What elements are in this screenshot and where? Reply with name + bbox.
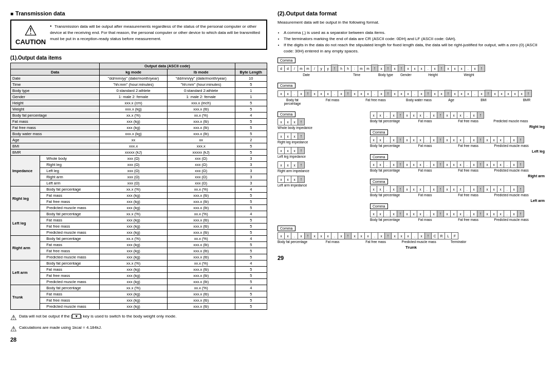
cell: x — [443, 161, 451, 168]
cell: y — [324, 65, 331, 72]
cell: ↑ — [437, 185, 444, 193]
cell: ↑ — [344, 232, 351, 239]
rl-seg-labels: Body fat percentage Fat mass Fat free ma… — [370, 144, 545, 147]
cell: m — [298, 65, 305, 72]
cell: x — [484, 136, 491, 143]
label-fat-mass: Fat mass — [314, 98, 350, 105]
cell: x — [498, 90, 505, 97]
cell: . — [411, 232, 418, 239]
table-row: Fat mass xxx (kg) xxx.x (lb) 5 — [11, 267, 267, 273]
cell: x — [410, 136, 417, 143]
rl-segment: Comma x x . x ↑ x x x . x ↑ x x — [370, 129, 545, 147]
cell: ↑ — [397, 210, 404, 217]
cell: x — [445, 65, 452, 72]
cell: x — [465, 90, 472, 97]
left-column: Transmission data ⚠ CAUTION • Transmissi… — [10, 10, 267, 382]
cell: x — [470, 111, 477, 119]
table-header-ascii: Output data (ASCII code) — [100, 63, 235, 69]
trunk-title: Trunk — [278, 245, 545, 250]
right-arm-imp-label: Right arm impedance — [278, 169, 365, 173]
cell: x — [391, 90, 398, 97]
cell: ↑ — [517, 210, 524, 217]
cell: ↑ — [438, 65, 445, 72]
cell: x — [417, 111, 424, 119]
cell: x — [284, 232, 291, 239]
caution-text-content: • Transmission data will be output after… — [50, 24, 262, 42]
cell: . — [464, 161, 471, 168]
table-row: Left leg xxx (Ω) xxx (Ω) 3 — [11, 168, 267, 174]
impedance-section: Comma x x x ↑ Whole body impedance x x x… — [278, 111, 545, 223]
cell: x — [284, 147, 291, 154]
cell: x — [403, 136, 411, 143]
cell: x — [377, 210, 384, 217]
cell: x — [390, 136, 397, 143]
cell: ↑ — [477, 185, 484, 193]
table-row: Fat free mass xxx (kg) xxx.x (lb) 5 — [11, 199, 267, 205]
left-leg-title: Left leg — [370, 150, 545, 153]
cell: ↑ — [304, 232, 311, 239]
cell: ↑ — [437, 210, 444, 217]
cell: x — [358, 90, 365, 97]
cell: x — [291, 176, 298, 183]
cell: x — [291, 118, 298, 125]
row2-labels: Body fat percentage Fat mass Fat free ma… — [278, 98, 545, 105]
right-leg-cells: x x x ↑ — [278, 133, 365, 140]
cell: x — [470, 210, 477, 217]
cell: x — [318, 232, 325, 239]
cell: x — [404, 232, 412, 239]
cell: x — [438, 90, 445, 97]
cell: x — [490, 136, 497, 143]
cell: x — [377, 161, 384, 168]
cell: x — [370, 161, 377, 168]
page-container: Transmission data ⚠ CAUTION • Transmissi… — [0, 0, 555, 392]
cell: x — [490, 210, 497, 217]
cell: x — [451, 65, 458, 72]
cell: . — [331, 90, 338, 97]
cell: x — [430, 111, 437, 119]
right-leg-title: Right leg — [370, 125, 545, 128]
row1-labels: Date Time Body type Gender Height Weight — [278, 73, 545, 77]
cell: x — [470, 136, 477, 143]
cell: ↑ — [485, 90, 492, 97]
cell: ↑ — [517, 185, 524, 193]
label-height: Height — [419, 73, 448, 77]
warning-icon-1: ⚠ — [10, 314, 17, 321]
cell: . — [383, 161, 391, 168]
cell: . — [383, 210, 391, 217]
cell: x — [390, 111, 397, 119]
table-row: Left arm xxx (Ω) xxx (Ω) 3 — [11, 180, 267, 186]
cell: x — [497, 136, 504, 143]
cell: x — [450, 161, 457, 168]
cell: x — [478, 90, 485, 97]
cell: . — [383, 136, 391, 143]
output-data-table: Output data (ASCII code) Data kg mode lb… — [10, 63, 267, 310]
cell: x — [398, 232, 405, 239]
cell: y — [318, 65, 325, 72]
cell: . — [331, 232, 338, 239]
cell: m — [364, 65, 372, 72]
table-row: Age xx xx 2 — [11, 137, 267, 143]
bullet-dot: • — [50, 24, 51, 29]
left-arm-impedance: x x x ↑ Left arm impedance — [278, 176, 365, 187]
table-row: Right leg Body fat percentage xx.x (%) x… — [11, 186, 267, 193]
ll-seg-cells: x x . x ↑ x x x . x ↑ x x x . — [370, 161, 545, 168]
cell: x — [458, 65, 465, 72]
cell: d — [284, 65, 291, 72]
wb-seg-cells: x x . x ↑ x x x . x ↑ x x x . — [370, 111, 545, 119]
la-segment: Comma x x . x ↑ x x x . x ↑ x x — [370, 203, 545, 221]
cell: m — [358, 65, 365, 72]
label-body-water: Body water mass — [401, 98, 437, 105]
col-bytes: Byte Length — [235, 69, 267, 76]
format-section-2: Comma x x . x ↑ x x x . x ↑ x x x . x ↑ … — [278, 83, 545, 105]
cell: x — [484, 161, 491, 168]
comma-label-ll: Comma — [370, 154, 388, 160]
cell: x — [431, 65, 438, 72]
cell: / — [291, 65, 298, 72]
cell: ↑ — [298, 118, 305, 125]
cell: x — [430, 161, 437, 168]
cell: ↑ — [397, 111, 404, 119]
table-row: Right leg xxx (Ω) xxx (Ω) 3 — [11, 162, 267, 168]
label-body-type: Body type — [378, 73, 393, 77]
table-row: Left leg Body fat percentage xx.x (%) xx… — [11, 211, 267, 217]
cell: x — [417, 185, 424, 193]
